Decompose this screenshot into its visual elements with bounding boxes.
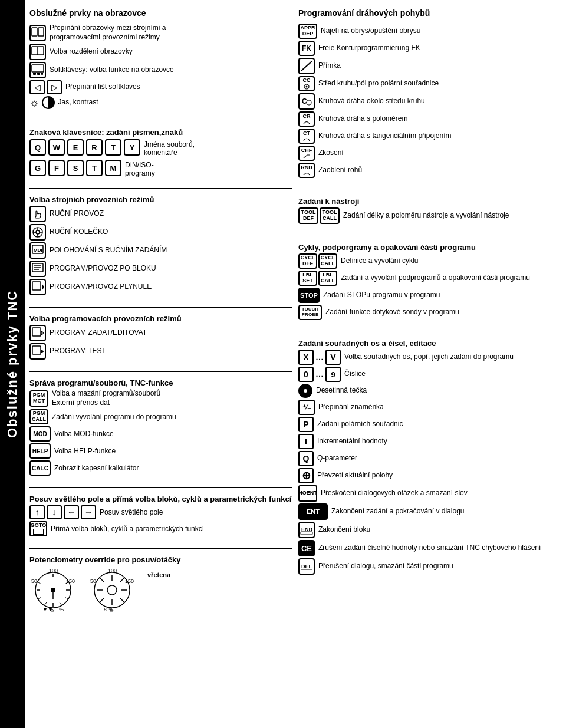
q-text: Q-parameter xyxy=(317,454,357,463)
cr-key[interactable]: CR xyxy=(298,111,315,127)
plus-key[interactable]: ⊕ xyxy=(298,468,314,483)
chf-text: Zkosení xyxy=(318,149,344,158)
tool-call-key[interactable]: TOOL CALL xyxy=(320,207,340,224)
item-prog-run: PROGRAM/PROVOZ PLYNULE xyxy=(29,279,292,295)
svg-rect-7 xyxy=(41,73,43,75)
nav-left-key[interactable]: ← xyxy=(64,505,79,519)
zero-key[interactable]: 0 xyxy=(298,367,314,382)
fk-text: Freie Konturprogrammierung FK xyxy=(318,44,420,53)
item-appr-dep: APPR DEP Najetí na obrys/opuštění obrysu xyxy=(298,24,561,39)
arrow-left-icon[interactable]: ◁ xyxy=(29,80,45,94)
lbl-call-key[interactable]: LBL CALL xyxy=(318,271,337,286)
rnd-key[interactable]: RND xyxy=(298,163,315,178)
item-softkeys: Softklávesy: volba funkce na obrazovce xyxy=(29,62,292,78)
svg-line-50 xyxy=(100,578,104,582)
section-screen: Přepínání obrazovky mezi strojními aprog… xyxy=(29,24,292,111)
pm-key[interactable]: ⁺∕₋ xyxy=(298,400,315,415)
ce-text: Zrušení zadání číselné hodnoty nebo smaz… xyxy=(318,543,541,553)
svg-line-37 xyxy=(38,582,41,584)
nav-right-key[interactable]: → xyxy=(81,505,96,519)
c-key[interactable]: C xyxy=(298,93,315,110)
item-calc: CALC Zobrazit kapesní kalkulátor xyxy=(29,460,292,476)
lbl-keys: LBL SET LBL CALL xyxy=(298,271,337,286)
item-prog-test: PROGRAM TEST xyxy=(29,343,292,360)
v-key[interactable]: V xyxy=(325,350,341,365)
prog-run-icon xyxy=(29,279,46,295)
dots-09: … xyxy=(315,370,324,379)
item-pm: ⁺∕₋ Přepínání znaménka xyxy=(298,400,561,415)
item-del: DEL Přerušení dialogu, smazání části pro… xyxy=(298,558,561,575)
p-key[interactable]: P xyxy=(298,417,314,432)
key-r[interactable]: R xyxy=(86,139,103,156)
key-q[interactable]: Q xyxy=(29,139,46,156)
end-key[interactable]: END xyxy=(298,522,315,538)
nav-up-key[interactable]: ↑ xyxy=(29,505,45,519)
softkeys-icon xyxy=(29,62,46,78)
nav-label: Posuv světlého pole xyxy=(100,508,163,518)
item-pos-manual: MDI POLOHOVÁNÍ S RUČNÍM ZADÁNÍM xyxy=(29,242,292,259)
ct-key[interactable]: CT xyxy=(298,129,315,144)
svg-line-52 xyxy=(100,598,104,602)
mod-key[interactable]: MOD xyxy=(29,426,51,442)
brightness-text: Jas, kontrast xyxy=(58,98,98,107)
i-key[interactable]: I xyxy=(298,434,314,449)
item-stop: STOP Zadání STOPu programu v programu xyxy=(298,288,561,303)
key-g[interactable]: G xyxy=(29,160,46,176)
key-f[interactable]: F xyxy=(48,160,65,176)
cycl-call-key[interactable]: CYCL CALL xyxy=(318,253,337,269)
calc-key[interactable]: CALC xyxy=(29,460,51,476)
nav-down-key[interactable]: ↓ xyxy=(47,505,62,519)
svg-marker-23 xyxy=(41,331,44,335)
svg-point-61 xyxy=(306,85,308,87)
pgm-call-key[interactable]: PGM CALL xyxy=(29,409,48,424)
del-key[interactable]: DEL xyxy=(298,558,315,575)
key-t[interactable]: T xyxy=(105,139,121,156)
appr-dep-key[interactable]: APPR DEP xyxy=(298,24,317,39)
dot-key[interactable] xyxy=(298,384,312,398)
chf-key[interactable]: CHF xyxy=(298,146,315,161)
mod-text: Volba MOD-funkce xyxy=(54,430,114,439)
qwerty-row: Q W E R T Y xyxy=(29,139,140,156)
coord-title: Zadání souřadných os a čísel, editace xyxy=(298,339,561,348)
key-t2[interactable]: T xyxy=(86,160,103,176)
item-xv: X … V Volba souřadných os, popř. jejich … xyxy=(298,350,561,365)
prog-run-text: PROGRAM/PROVOZ PLYNULE xyxy=(50,282,152,292)
no-ent-text: Přeskočení dialogových otázek a smazání … xyxy=(321,489,468,498)
item-ct: CT Kruhová dráha s tangenciálním připoje… xyxy=(298,129,561,144)
key-e[interactable]: E xyxy=(67,139,84,156)
q-key[interactable]: Q xyxy=(298,451,314,466)
iso-label: DIN/ISO-programy xyxy=(125,161,155,177)
goto-key[interactable]: GOTO xyxy=(29,521,47,536)
help-key[interactable]: HELP xyxy=(29,443,51,459)
item-ent: ENT Zakončení zadání a pokračování v dia… xyxy=(298,503,561,520)
fk-key[interactable]: FK xyxy=(298,41,315,56)
pgm-mgt-key[interactable]: PGM MGT xyxy=(29,390,48,407)
prog-edit-text: PROGRAM ZADAT/EDITOVAT xyxy=(50,328,147,338)
key-y[interactable]: Y xyxy=(124,139,140,156)
tool-keys: TOOL DEF TOOL CALL xyxy=(298,207,340,224)
item-nav-arrows: ↑ ↓ ← → Posuv světlého pole xyxy=(29,505,292,519)
cycl-def-key[interactable]: CYCL DEF xyxy=(298,253,317,269)
ce-key[interactable]: CE xyxy=(298,540,315,556)
nine-key[interactable]: 9 xyxy=(325,367,341,382)
arrow-right-icon[interactable]: ▷ xyxy=(47,80,62,94)
touch-probe-key[interactable]: TOUCH PROBE xyxy=(298,305,322,320)
ent-key[interactable]: ENT xyxy=(298,503,328,520)
dots-xv: … xyxy=(315,353,324,362)
item-i: I Inkrementální hodnoty xyxy=(298,434,561,449)
no-ent-key[interactable]: NO ENT xyxy=(298,485,317,502)
tool-def-key[interactable]: TOOL DEF xyxy=(298,207,318,224)
right-column: Programování dráhových pohybů APPR DEP N… xyxy=(298,6,561,722)
key-s[interactable]: S xyxy=(67,160,84,176)
stop-key[interactable]: STOP xyxy=(298,288,320,303)
prog-test-icon xyxy=(29,343,46,360)
cc-key[interactable]: CC xyxy=(298,76,315,91)
key-m[interactable]: M xyxy=(105,160,121,176)
item-goto: GOTO Přímá volba bloků, cyklů a parametr… xyxy=(29,521,292,536)
lbl-set-key[interactable]: LBL SET xyxy=(298,271,317,286)
key-w[interactable]: W xyxy=(48,139,65,156)
x-key[interactable]: X xyxy=(298,350,314,365)
screen-switch-icon xyxy=(29,25,46,41)
item-end: END Zakončení bloku xyxy=(298,522,561,538)
xv-text: Volba souřadných os, popř. jejich zadání… xyxy=(344,353,514,362)
